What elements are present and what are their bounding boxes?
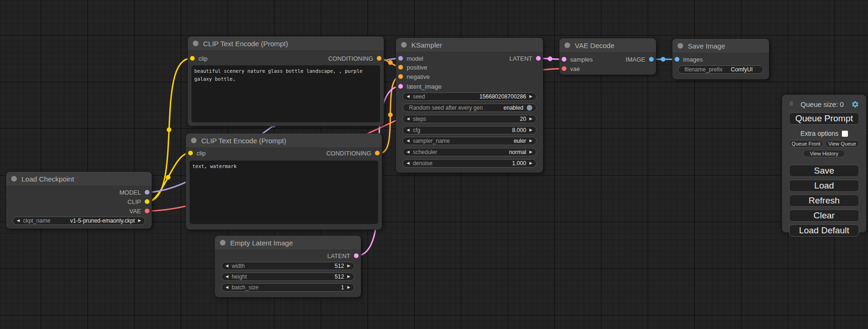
toggle-dot-icon[interactable]	[527, 105, 532, 111]
extra-options-label: Extra options	[800, 130, 839, 137]
load-button[interactable]: Load	[789, 180, 859, 192]
view-queue-button[interactable]: View Queue	[826, 140, 860, 147]
decrement-arrow-icon[interactable]: ◀	[226, 264, 228, 268]
node-titlebar[interactable]: Save Image	[672, 39, 769, 53]
steps-widget[interactable]: ◀ steps 20 ▶	[402, 115, 536, 123]
conditioning-output-slot[interactable]	[377, 56, 381, 61]
increment-arrow-icon[interactable]: ▶	[529, 150, 532, 154]
collapse-dot-icon[interactable]	[677, 43, 683, 49]
node-ksampler[interactable]: KSampler model LATENT positive negative …	[396, 38, 543, 173]
increment-arrow-icon[interactable]: ▶	[347, 264, 350, 268]
random-seed-toggle-widget[interactable]: Random seed after every gen enabled	[402, 104, 536, 112]
view-history-button[interactable]: View History	[803, 150, 845, 157]
prompt-textarea[interactable]: beautiful scenery nature glass bottle la…	[191, 65, 380, 122]
node-titlebar[interactable]: VAE Decode	[559, 38, 656, 53]
widget-value: 512	[247, 273, 344, 280]
latent-image-input-slot[interactable]	[398, 84, 403, 89]
node-load-checkpoint[interactable]: Load Checkpoint MODEL CLIP VAE ◀ ckpt_na…	[6, 172, 152, 229]
image-output-slot[interactable]	[649, 57, 654, 62]
increment-arrow-icon[interactable]: ▶	[347, 275, 350, 279]
batch-size-widget[interactable]: ◀ batch_size 1 ▶	[221, 283, 354, 292]
clip-output-slot[interactable]	[145, 199, 149, 204]
decrement-arrow-icon[interactable]: ◀	[407, 95, 409, 98]
load-default-button[interactable]: Load Default	[789, 224, 859, 237]
clip-input-slot[interactable]	[190, 56, 195, 61]
node-titlebar[interactable]: CLIP Text Encode (Prompt)	[188, 36, 384, 51]
node-titlebar[interactable]: CLIP Text Encode (Prompt)	[186, 133, 382, 148]
model-input-slot[interactable]	[398, 56, 403, 61]
height-widget[interactable]: ◀ height 512 ▶	[221, 273, 354, 281]
latent-output-slot[interactable]	[536, 56, 541, 61]
node-title: Load Checkpoint	[21, 175, 74, 183]
comfyui-canvas[interactable]: { "colors": { "model": "#B39DDB", "clip"…	[0, 0, 868, 329]
node-empty-latent-image[interactable]: Empty Latent Image LATENT ◀ width 512 ▶ …	[215, 236, 361, 297]
width-widget[interactable]: ◀ width 512 ▶	[221, 262, 354, 270]
widget-label: Random seed after every gen	[409, 105, 483, 111]
decrement-arrow-icon[interactable]: ◀	[407, 161, 409, 165]
input-row-vae: vae	[559, 64, 656, 73]
queue-prompt-button[interactable]: Queue Prompt	[789, 112, 859, 125]
cfg-widget[interactable]: ◀ cfg 8.000 ▶	[402, 126, 536, 134]
increment-arrow-icon[interactable]: ▶	[529, 117, 532, 121]
positive-input-slot[interactable]	[398, 65, 403, 70]
extra-options-checkbox[interactable]	[842, 131, 848, 137]
output-row-latent: LATENT	[215, 251, 361, 260]
collapse-dot-icon[interactable]	[11, 176, 17, 182]
conditioning-output-slot[interactable]	[375, 151, 380, 155]
filename-prefix-widget[interactable]: filename_prefix ComfyUI	[678, 65, 763, 74]
prompt-textarea[interactable]: text, watermark	[190, 161, 378, 224]
decrement-arrow-icon[interactable]: ◀	[226, 286, 228, 289]
decrement-arrow-icon[interactable]: ◀	[407, 128, 409, 132]
node-clip-text-encode-negative[interactable]: CLIP Text Encode (Prompt) clip CONDITION…	[186, 133, 382, 230]
node-titlebar[interactable]: KSampler	[396, 38, 543, 52]
link-midpoint-dot	[661, 57, 665, 62]
queue-panel: ⠿ Queue size: 0 Queue Prompt Extra optio…	[782, 95, 866, 232]
increment-arrow-icon[interactable]: ▶	[529, 128, 532, 132]
widget-label: width	[232, 263, 245, 269]
drag-handle-icon[interactable]: ⠿	[789, 101, 793, 107]
vae-output-slot[interactable]	[145, 209, 149, 213]
save-button[interactable]: Save	[789, 165, 859, 177]
decrement-arrow-icon[interactable]: ◀	[226, 275, 228, 279]
latent-output-slot[interactable]	[354, 253, 359, 258]
clear-button[interactable]: Clear	[789, 210, 859, 222]
node-titlebar[interactable]: Load Checkpoint	[6, 172, 152, 186]
decrement-arrow-icon[interactable]: ◀	[407, 117, 409, 121]
settings-gear-icon[interactable]	[851, 100, 859, 108]
node-clip-text-encode-positive[interactable]: CLIP Text Encode (Prompt) clip CONDITION…	[188, 36, 384, 126]
input-row-latent-image: latent_image	[396, 82, 543, 91]
collapse-dot-icon[interactable]	[401, 42, 407, 48]
ckpt-name-widget[interactable]: ◀ ckpt_name v1-5-pruned-emaonly.ckpt ▶	[13, 217, 145, 225]
scheduler-widget[interactable]: ◀ scheduler normal ▶	[402, 148, 536, 156]
samples-input-slot[interactable]	[562, 57, 566, 62]
seed-widget[interactable]: ◀ seed 156680208700286 ▶	[402, 92, 536, 101]
slot-row: samples IMAGE	[559, 55, 656, 64]
increment-arrow-icon[interactable]: ▶	[138, 219, 141, 223]
increment-arrow-icon[interactable]: ▶	[529, 139, 532, 143]
vae-input-slot[interactable]	[562, 66, 566, 71]
sampler-name-widget[interactable]: ◀ sampler_name euler ▶	[402, 137, 536, 145]
queue-front-button[interactable]: Queue Front	[789, 140, 823, 147]
slot-row: model LATENT	[396, 54, 543, 63]
node-titlebar[interactable]: Empty Latent Image	[215, 236, 361, 250]
collapse-dot-icon[interactable]	[565, 42, 570, 48]
denoise-widget[interactable]: ◀ denoise 1.000 ▶	[402, 159, 536, 168]
increment-arrow-icon[interactable]: ▶	[529, 95, 532, 98]
input-label: positive	[407, 64, 427, 71]
collapse-dot-icon[interactable]	[193, 41, 198, 46]
negative-input-slot[interactable]	[398, 74, 403, 79]
increment-arrow-icon[interactable]: ▶	[347, 286, 350, 289]
decrement-arrow-icon[interactable]: ◀	[17, 219, 20, 223]
refresh-button[interactable]: Refresh	[789, 195, 859, 207]
collapse-dot-icon[interactable]	[191, 138, 197, 143]
collapse-dot-icon[interactable]	[220, 240, 226, 245]
images-input-slot[interactable]	[675, 57, 679, 62]
model-output-slot[interactable]	[145, 190, 149, 195]
node-vae-decode[interactable]: VAE Decode samples IMAGE vae	[559, 38, 656, 75]
decrement-arrow-icon[interactable]: ◀	[407, 139, 409, 143]
clip-input-slot[interactable]	[188, 151, 193, 155]
node-save-image[interactable]: Save Image images filename_prefix ComfyU…	[672, 39, 769, 79]
increment-arrow-icon[interactable]: ▶	[529, 161, 532, 165]
decrement-arrow-icon[interactable]: ◀	[407, 150, 409, 154]
input-label: latent_image	[407, 83, 441, 90]
